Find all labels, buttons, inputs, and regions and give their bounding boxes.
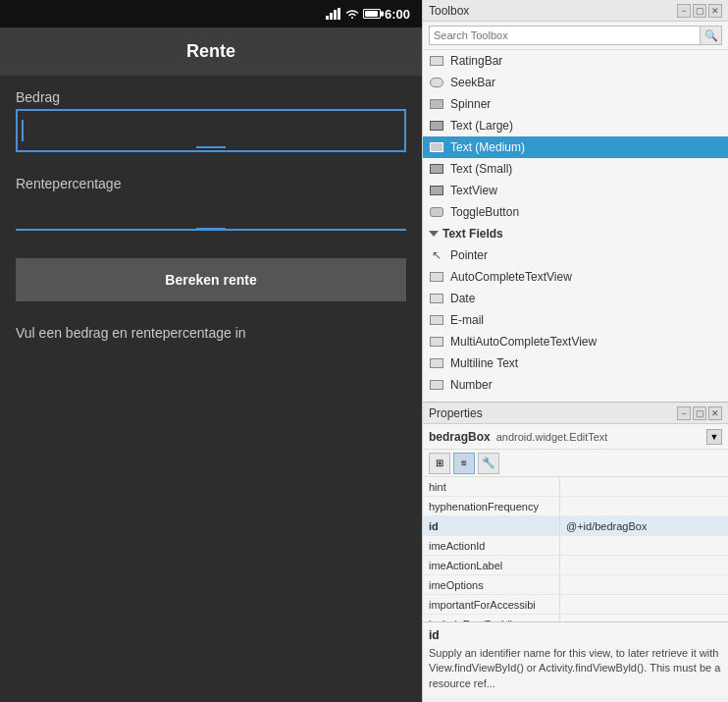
signal-icon: [326, 8, 341, 20]
properties-panel: Properties − ▢ ✕ bedragBox android.widge…: [423, 403, 728, 697]
toolbox-item-autocomplete[interactable]: AutoCompleteTextView: [423, 266, 728, 288]
properties-close-button[interactable]: ✕: [708, 406, 722, 420]
svg-rect-0: [326, 16, 329, 20]
text-fields-section-header[interactable]: Text Fields: [423, 223, 728, 244]
properties-expand-button[interactable]: ▢: [693, 406, 706, 420]
ratingbar-icon: [429, 53, 444, 69]
toolbox-item-spinner[interactable]: Spinner: [423, 93, 728, 115]
text-small-label: Text (Small): [450, 162, 512, 176]
props-value-imeoptions[interactable]: [560, 575, 728, 594]
props-widget-name: bedragBox: [429, 430, 491, 444]
props-key-importantfor: importantForAccessibi: [423, 595, 560, 614]
app-title: Rente: [16, 41, 406, 62]
text-small-icon: [429, 161, 444, 177]
toolbox-search-input[interactable]: [429, 26, 701, 45]
result-text: Vul een bedrag en rentepercentage in: [16, 325, 406, 341]
email-icon: [429, 312, 444, 328]
props-value-hint[interactable]: [560, 477, 728, 496]
props-dropdown-button[interactable]: ▼: [706, 429, 722, 445]
props-table: hint hyphenationFrequency id @+id/bedrag…: [423, 477, 728, 621]
togglebutton-label: ToggleButton: [450, 205, 519, 219]
props-detail-title: id: [429, 628, 722, 642]
multiauto-label: MultiAutoCompleteTextView: [450, 335, 597, 349]
toolbox-item-pointer[interactable]: ↖ Pointer: [423, 244, 728, 266]
pointer-icon: ↖: [429, 247, 444, 263]
props-key-includefont: includeFontPadding: [423, 615, 560, 621]
toolbox-item-multiline[interactable]: Multiline Text: [423, 352, 728, 374]
status-bar: 6:00: [0, 0, 422, 27]
text-large-label: Text (Large): [450, 119, 513, 133]
props-value-importantfor[interactable]: [560, 595, 728, 614]
number-period-icon: [429, 399, 444, 402]
multiline-icon: [429, 355, 444, 371]
properties-title: Properties: [429, 406, 483, 420]
battery-icon: [363, 9, 381, 19]
text-medium-icon: [429, 139, 444, 155]
toolbox-item-ratingbar[interactable]: RatingBar: [423, 50, 728, 72]
toolbox-item-textview[interactable]: TextView: [423, 180, 728, 201]
edit-underline-2: [196, 228, 226, 230]
text-cursor: [22, 120, 24, 141]
multiline-label: Multiline Text: [450, 356, 518, 370]
props-detail: id Supply an identifier name for this vi…: [423, 621, 728, 697]
toolbox-item-multiauto[interactable]: MultiAutoCompleteTextView: [423, 331, 728, 352]
rentepercentage-section: Rentepercentage: [16, 166, 406, 231]
text-large-icon: [429, 118, 444, 134]
props-value-hyphenation[interactable]: [560, 497, 728, 515]
properties-pin-button[interactable]: −: [677, 406, 691, 420]
edit-underline: [196, 146, 226, 148]
toolbox-item-togglebutton[interactable]: ToggleButton: [423, 201, 728, 223]
props-alphabetic-button[interactable]: ≡: [453, 453, 475, 474]
toolbox-controls: − ▢ ✕: [677, 4, 722, 18]
toolbox-panel: Toolbox − ▢ ✕ 🔍 RatingBar SeekBar: [423, 0, 728, 403]
props-row-hyphenation[interactable]: hyphenationFrequency: [423, 497, 728, 516]
toolbox-item-number[interactable]: Number: [423, 374, 728, 396]
bedrag-edittext[interactable]: [16, 109, 406, 152]
toolbox-item-text-large[interactable]: Text (Large): [423, 115, 728, 136]
toolbox-expand-button[interactable]: ▢: [693, 4, 706, 18]
textview-icon: [429, 183, 444, 198]
toolbox-search-container: 🔍: [423, 22, 728, 50]
toolbox-item-email[interactable]: E-mail: [423, 309, 728, 331]
props-value-imeactionid[interactable]: [560, 536, 728, 555]
seekbar-icon: [429, 75, 444, 90]
props-value-imeactionlabel[interactable]: [560, 556, 728, 574]
rentepercentage-edittext[interactable]: [16, 195, 406, 231]
autocomplete-label: AutoCompleteTextView: [450, 270, 572, 284]
bedrag-label: Bedrag: [16, 89, 406, 105]
wifi-icon: [345, 8, 359, 20]
props-widget-type: android.widget.EditText: [496, 431, 608, 443]
svg-rect-1: [330, 13, 333, 20]
props-key-imeactionlabel: imeActionLabel: [423, 556, 560, 574]
toolbox-close-button[interactable]: ✕: [708, 4, 722, 18]
props-row-imeoptions[interactable]: imeOptions: [423, 575, 728, 595]
props-toolbar: ⊞ ≡ 🔧: [423, 450, 728, 477]
props-row-imeactionlabel[interactable]: imeActionLabel: [423, 556, 728, 575]
props-row-importantfor[interactable]: importantForAccessibi: [423, 595, 728, 615]
bereken-button[interactable]: Bereken rente: [16, 258, 406, 301]
props-value-includefont[interactable]: [560, 615, 728, 621]
props-row-id[interactable]: id @+id/bedragBox: [423, 516, 728, 536]
properties-controls: − ▢ ✕: [677, 406, 722, 420]
toolbox-item-date[interactable]: Date: [423, 288, 728, 309]
props-subheader: bedragBox android.widget.EditText ▼: [423, 424, 728, 450]
props-categories-button[interactable]: ⊞: [429, 453, 450, 474]
toolbox-item-seekbar[interactable]: SeekBar: [423, 72, 728, 93]
toolbox-item-number-period[interactable]: Number (Period): [423, 396, 728, 402]
props-key-hyphenation: hyphenationFrequency: [423, 497, 560, 515]
toolbox-list[interactable]: RatingBar SeekBar Spinner Text (Large): [423, 50, 728, 402]
button-section: Bereken rente: [16, 258, 406, 301]
rentepercentage-label: Rentepercentage: [16, 166, 406, 195]
props-value-id[interactable]: @+id/bedragBox: [560, 516, 728, 535]
props-row-includefont[interactable]: includeFontPadding: [423, 615, 728, 621]
props-row-imeactionid[interactable]: imeActionId: [423, 536, 728, 556]
props-row-hint[interactable]: hint: [423, 477, 728, 497]
toolbox-item-text-medium[interactable]: Text (Medium): [423, 136, 728, 158]
toolbox-pin-button[interactable]: −: [677, 4, 691, 18]
spinner-label: Spinner: [450, 97, 491, 111]
props-detail-text: Supply an identifier name for this view,…: [429, 646, 722, 691]
props-search-button[interactable]: 🔧: [478, 453, 499, 474]
number-icon: [429, 377, 444, 393]
toolbox-item-text-small[interactable]: Text (Small): [423, 158, 728, 180]
search-icon-button[interactable]: 🔍: [701, 26, 722, 45]
